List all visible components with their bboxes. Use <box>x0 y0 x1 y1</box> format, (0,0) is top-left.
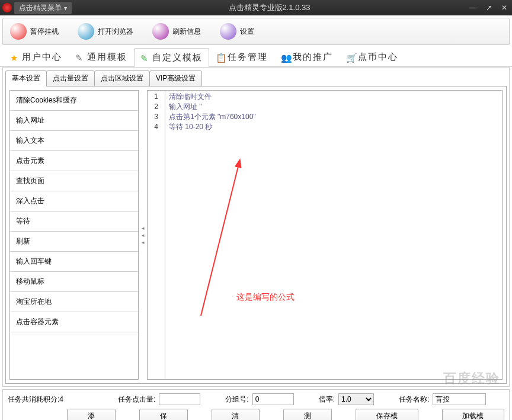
settings-icon <box>220 23 236 40</box>
settings-button[interactable]: 设置 <box>215 21 259 42</box>
clicks-label: 任务点击量: <box>118 395 155 405</box>
add-button[interactable]: 添加 <box>67 409 116 420</box>
pause-button[interactable]: 暂停挂机 <box>5 21 63 42</box>
code-line: 点击第1个元素 "m760x100" <box>169 112 498 122</box>
refresh-button[interactable]: 刷新信息 <box>148 21 206 42</box>
tab-user-center[interactable]: ★用户中心 <box>4 47 69 66</box>
star-icon: ★ <box>10 53 20 62</box>
test-button[interactable]: 测试 <box>283 409 332 420</box>
editor-panel: 1 2 3 4 清除临时文件 输入网址 " 点击第1个元素 "m760x100"… <box>147 90 503 380</box>
action-find-page[interactable]: 查找页面 <box>10 171 138 191</box>
chevron-left-icon: ◂ <box>142 239 145 245</box>
script-editor[interactable]: 1 2 3 4 清除临时文件 输入网址 " 点击第1个元素 "m760x100"… <box>147 90 503 380</box>
tab-coin-center[interactable]: 🛒点币中心 <box>340 47 405 66</box>
action-click-element[interactable]: 点击元素 <box>10 151 138 171</box>
main-menu-button[interactable]: 点击精灵菜单 <box>14 2 72 14</box>
save-button[interactable]: 保存 <box>139 409 188 420</box>
group-label: 分组号: <box>225 395 248 405</box>
workspace: 清除Cookies和缓存 输入网址 输入文本 点击元素 查找页面 深入点击 等待… <box>5 86 507 384</box>
action-taobao-location[interactable]: 淘宝所在地 <box>10 292 138 312</box>
rate-label: 倍率: <box>319 395 335 405</box>
subtab-basic[interactable]: 基本设置 <box>5 70 47 86</box>
pause-icon <box>10 23 27 40</box>
action-panel: 清除Cookies和缓存 输入网址 输入文本 点击元素 查找页面 深入点击 等待… <box>9 90 139 380</box>
rate-select[interactable]: 1.0 <box>338 393 374 405</box>
action-list: 清除Cookies和缓存 输入网址 输入文本 点击元素 查找页面 深入点击 等待… <box>9 90 139 380</box>
refresh-icon <box>152 23 169 40</box>
subtab-vip[interactable]: VIP高级设置 <box>149 70 202 86</box>
splitter-handle[interactable]: ◂◂◂ <box>140 90 146 380</box>
annotation-text: 这是编写的公式 <box>236 292 295 302</box>
minimize-icon[interactable]: — <box>467 4 479 12</box>
chevron-left-icon: ◂ <box>142 225 145 231</box>
line-gutter: 1 2 3 4 <box>148 91 165 379</box>
subtab-region[interactable]: 点击区域设置 <box>94 70 150 86</box>
clipboard-icon: 📋 <box>216 53 225 62</box>
maximize-icon[interactable]: ↗ <box>484 4 494 12</box>
window-title: 点击精灵专业版2.1.0.33 <box>72 2 467 13</box>
wand-icon: ✎ <box>75 53 85 62</box>
action-input-url[interactable]: 输入网址 <box>10 111 138 131</box>
points-label: 任务共消耗积分:4 <box>8 395 63 405</box>
task-form: 任务共消耗积分:4 任务点击量: 分组号: 倍率: 1.0 任务名称: 添加 保… <box>2 389 510 420</box>
action-move-mouse[interactable]: 移动鼠标 <box>10 272 138 292</box>
load-template-button[interactable]: 加载模板 <box>442 409 505 420</box>
code-line: 清除临时文件 <box>169 92 498 102</box>
sub-tab-bar: 基本设置 点击量设置 点击区域设置 VIP高级设置 <box>5 70 507 86</box>
action-enter-key[interactable]: 输入回车键 <box>10 252 138 272</box>
action-clear-cookies[interactable]: 清除Cookies和缓存 <box>10 91 138 111</box>
close-icon[interactable]: ✕ <box>499 4 510 12</box>
main-tab-bar: ★用户中心 ✎通用模板 ✎自定义模板 📋任务管理 👥我的推广 🛒点币中心 <box>0 47 512 67</box>
name-label: 任务名称: <box>399 395 429 405</box>
tab-custom-template[interactable]: ✎自定义模板 <box>134 48 209 67</box>
tab-general-template[interactable]: ✎通用模板 <box>69 47 134 66</box>
clicks-input[interactable] <box>159 393 200 405</box>
code-line: 输入网址 " <box>169 102 498 112</box>
task-name-input[interactable] <box>433 393 486 405</box>
clear-button[interactable]: 清空 <box>212 409 260 420</box>
group-input[interactable] <box>252 393 294 405</box>
browser-icon <box>78 23 94 40</box>
code-area[interactable]: 清除临时文件 输入网址 " 点击第1个元素 "m760x100" 等待 10-2… <box>165 91 502 379</box>
people-icon: 👥 <box>281 53 290 62</box>
code-line: 等待 10-20 秒 <box>169 122 498 132</box>
svg-line-1 <box>201 162 239 316</box>
window-controls: — ↗ ✕ <box>467 4 510 12</box>
action-click-container[interactable]: 点击容器元素 <box>10 312 138 332</box>
save-template-button[interactable]: 保存模板 <box>356 409 418 420</box>
subtab-clicks[interactable]: 点击量设置 <box>46 70 95 86</box>
tab-task-management[interactable]: 📋任务管理 <box>209 47 274 66</box>
open-browser-button[interactable]: 打开浏览器 <box>73 21 138 42</box>
content-area: 基本设置 点击量设置 点击区域设置 VIP高级设置 清除Cookies和缓存 输… <box>2 67 510 387</box>
action-refresh[interactable]: 刷新 <box>10 232 138 252</box>
action-wait[interactable]: 等待 <box>10 211 138 232</box>
cart-icon: 🛒 <box>346 53 356 62</box>
action-deep-click[interactable]: 深入点击 <box>10 191 138 211</box>
app-icon <box>2 3 12 12</box>
action-input-text[interactable]: 输入文本 <box>10 131 138 151</box>
chevron-left-icon: ◂ <box>142 232 145 238</box>
main-toolbar: 暂停挂机 打开浏览器 刷新信息 设置 <box>2 18 510 45</box>
tab-my-promotion[interactable]: 👥我的推广 <box>274 47 340 66</box>
window-titlebar: 点击精灵菜单 点击精灵专业版2.1.0.33 — ↗ ✕ <box>0 0 512 15</box>
document-icon: ✎ <box>140 53 150 63</box>
